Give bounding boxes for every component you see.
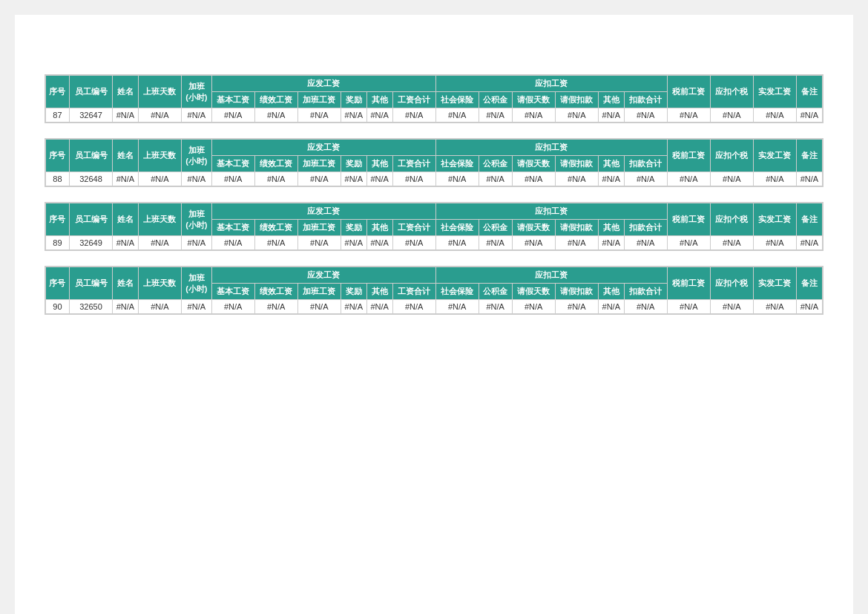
- cell-note: #N/A: [796, 300, 822, 314]
- table-block-88: 序号 员工编号 姓名 上班天数 加班 (小时) 应发工资 应扣工资 税前工资 应…: [45, 138, 823, 187]
- cell-bonus: #N/A: [341, 172, 366, 186]
- col-emp-code: 员工编号: [69, 267, 112, 300]
- col-base-salary: 基本工资: [211, 284, 254, 300]
- col-fund: 公积金: [479, 284, 512, 300]
- col-work-days: 上班天数: [138, 76, 181, 108]
- col-deduct-total: 扣款合计: [624, 156, 667, 172]
- cell-note: #N/A: [796, 172, 822, 186]
- col-deduction-group: 应扣工资: [435, 76, 667, 92]
- col-deduct-total: 扣款合计: [624, 220, 667, 236]
- col-seq: 序号: [46, 267, 70, 300]
- cell-work-days: #N/A: [138, 172, 181, 186]
- cell-leave-deduct: #N/A: [555, 300, 598, 314]
- col-deduct-total: 扣款合计: [624, 284, 667, 300]
- col-overtime: 加班 (小时): [181, 76, 211, 108]
- cell-overtime-salary: #N/A: [297, 236, 341, 250]
- col-overtime-salary: 加班工资: [297, 156, 341, 172]
- cell-pretax: #N/A: [667, 236, 710, 250]
- cell-tax: #N/A: [710, 300, 753, 314]
- col-bonus: 奖励: [341, 220, 366, 236]
- col-overtime: 加班 (小时): [181, 140, 211, 172]
- col-net-salary: 实发工资: [753, 267, 796, 300]
- col-salary-due-group: 应发工资: [211, 76, 435, 92]
- cell-pretax: #N/A: [667, 172, 710, 186]
- col-bonus: 奖励: [341, 156, 366, 172]
- col-perf-salary: 绩效工资: [254, 284, 297, 300]
- cell-bonus: #N/A: [341, 236, 366, 250]
- col-salary-due-group: 应发工资: [211, 140, 435, 156]
- col-note: 备注: [796, 76, 822, 108]
- col-perf-salary: 绩效工资: [254, 220, 297, 236]
- cell-base-salary: #N/A: [211, 300, 254, 314]
- cell-emp-id: 32650: [69, 300, 112, 314]
- cell-base-salary: #N/A: [211, 108, 254, 123]
- col-salary-total: 工资合计: [392, 92, 435, 108]
- cell-net-salary: #N/A: [753, 172, 796, 186]
- col-tax: 应扣个税: [710, 140, 753, 172]
- cell-name: #N/A: [113, 108, 139, 123]
- cell-base-salary: #N/A: [211, 172, 254, 186]
- col-social-ins: 社会保险: [435, 156, 479, 172]
- col-deduction-group: 应扣工资: [435, 140, 667, 156]
- col-deduction-group: 应扣工资: [435, 267, 667, 284]
- cell-salary-total: #N/A: [392, 108, 435, 123]
- cell-social-ins: #N/A: [435, 108, 479, 123]
- col-other-salary: 其他: [366, 156, 392, 172]
- col-base-salary: 基本工资: [211, 156, 254, 172]
- cell-other-deduct: #N/A: [598, 300, 624, 314]
- cell-overtime: #N/A: [181, 300, 211, 314]
- col-other-salary: 其他: [366, 220, 392, 236]
- cell-social-ins: #N/A: [435, 236, 479, 250]
- cell-social-ins: #N/A: [435, 172, 479, 186]
- col-pretax: 税前工资: [667, 267, 710, 300]
- cell-overtime: #N/A: [181, 108, 211, 123]
- cell-deduct-total: #N/A: [624, 108, 667, 123]
- col-overtime-salary: 加班工资: [297, 220, 341, 236]
- cell-overtime-salary: #N/A: [297, 172, 341, 186]
- cell-deduct-total: #N/A: [624, 172, 667, 186]
- col-social-ins: 社会保险: [435, 92, 479, 108]
- col-leave-deduct: 请假扣款: [555, 284, 598, 300]
- col-salary-due-group: 应发工资: [211, 267, 435, 284]
- table-block-87: 序号 员工编号 姓名 上班天数 加班 (小时) 应发工资 应扣工资 税前工资 应…: [45, 74, 823, 123]
- col-name: 姓名: [113, 140, 139, 172]
- cell-seq: 88: [46, 172, 70, 186]
- col-perf-salary: 绩效工资: [254, 92, 297, 108]
- cell-name: #N/A: [113, 236, 139, 250]
- cell-perf-salary: #N/A: [254, 236, 297, 250]
- col-social-ins: 社会保险: [435, 284, 479, 300]
- col-bonus: 奖励: [341, 92, 366, 108]
- cell-social-ins: #N/A: [435, 300, 479, 314]
- cell-tax: #N/A: [710, 236, 753, 250]
- col-perf-salary: 绩效工资: [254, 156, 297, 172]
- col-fund: 公积金: [479, 92, 512, 108]
- col-deduction-group: 应扣工资: [435, 203, 667, 220]
- cell-leave-days: #N/A: [512, 172, 555, 186]
- cell-other-salary: #N/A: [366, 300, 392, 314]
- col-salary-due-group: 应发工资: [211, 203, 435, 220]
- cell-perf-salary: #N/A: [254, 108, 297, 123]
- salary-table-88: 序号 员工编号 姓名 上班天数 加班 (小时) 应发工资 应扣工资 税前工资 应…: [45, 139, 823, 186]
- cell-deduct-total: #N/A: [624, 236, 667, 250]
- cell-deduct-total: #N/A: [624, 300, 667, 314]
- col-leave-days: 请假天数: [512, 284, 555, 300]
- col-fund: 公积金: [479, 220, 512, 236]
- cell-salary-total: #N/A: [392, 236, 435, 250]
- cell-leave-days: #N/A: [512, 108, 555, 123]
- cell-leave-deduct: #N/A: [555, 236, 598, 250]
- table-row: 88 32648 #N/A #N/A #N/A #N/A #N/A #N/A #…: [46, 172, 823, 186]
- col-deduct-total: 扣款合计: [624, 92, 667, 108]
- col-note: 备注: [796, 140, 822, 172]
- col-name: 姓名: [113, 203, 139, 236]
- col-pretax: 税前工资: [667, 203, 710, 236]
- col-leave-days: 请假天数: [512, 156, 555, 172]
- col-emp-code: 员工编号: [69, 203, 112, 236]
- col-other-salary: 其他: [366, 284, 392, 300]
- col-fund: 公积金: [479, 156, 512, 172]
- col-base-salary: 基本工资: [211, 92, 254, 108]
- cell-leave-days: #N/A: [512, 300, 555, 314]
- col-seq: 序号: [46, 203, 70, 236]
- table-row: 90 32650 #N/A #N/A #N/A #N/A #N/A #N/A #…: [46, 300, 823, 314]
- cell-pretax: #N/A: [667, 300, 710, 314]
- cell-seq: 90: [46, 300, 70, 314]
